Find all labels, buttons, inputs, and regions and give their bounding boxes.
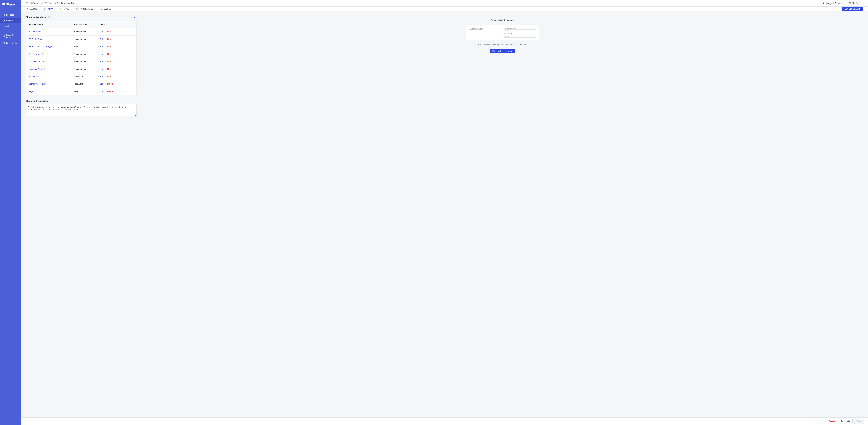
delete-link[interactable]: Delete [107,31,113,33]
preview-var-label: <<Variable Name>> [505,33,516,35]
tab-label: Settings [103,8,111,10]
sidebar-item-projects[interactable]: Projects [0,12,21,18]
variables-table: Variable Name Variable Type Action Bucke… [26,21,136,95]
main: All Blueprints / Amazon S3 - Download Fi… [21,0,868,425]
delete-link[interactable]: Delete [107,83,113,85]
tab-label: Requirements [80,8,93,10]
sidebar-item-library[interactable]: Blueprint Library [0,32,21,40]
delete-link[interactable]: Delete [107,68,113,70]
users-icon [823,2,825,4]
edit-link[interactable]: Edit [100,53,103,55]
breadcrumb-root[interactable]: All Blueprints [30,2,42,4]
variable-name-link[interactable]: Local Folder Name [28,60,46,63]
tab-label: Inputs [48,7,53,10]
edit-link[interactable]: Edit [100,68,103,70]
sidebar-item-label: Blueprint Library [6,34,19,39]
use-blueprint-button[interactable]: Use this Blueprint [842,7,864,11]
table-row: S3 File Name* Alphanumeric Edit | Delete [26,51,136,58]
variable-type: Alphanumeric [73,53,100,55]
folder-icon [2,25,5,27]
tab-settings[interactable]: Settings [100,7,111,11]
variable-type: Select [73,90,100,93]
svg-rect-8 [26,2,28,4]
breadcrumb: All Blueprints / Amazon S3 - Download Fi… [26,2,74,4]
logo[interactable]: Shipyard [0,0,21,8]
library-icon [2,35,5,38]
chevron-down-icon [843,2,845,4]
action-separator: | [105,90,105,93]
tab-requirements[interactable]: Requirements [76,7,93,11]
profile-menu[interactable]: My Profile [849,2,865,4]
variable-name-link[interactable]: S3 Folder Name [28,38,43,40]
edit-link[interactable]: Edit [100,31,103,33]
variable-name-link[interactable]: Region [28,90,35,93]
action-separator: | [105,60,105,63]
sidebar-item-blueprints[interactable]: Blueprints [0,18,21,23]
sidebar-item-admin[interactable]: Admin [0,23,21,29]
delete-link[interactable]: Delete [107,75,113,78]
delete-link[interactable]: Delete [107,60,113,63]
action-separator: | [105,38,105,40]
preview-hint: See how your description and variables l… [466,43,539,46]
sidebar-item-documentation[interactable]: Documentation [0,40,21,46]
variable-name-link[interactable]: S3 File Name [28,53,41,55]
variable-type: Alphanumeric [73,68,100,70]
vessel-icon [26,8,28,10]
tab-vessels[interactable]: Vessels [26,7,37,11]
column-header-name: Variable Name [28,24,73,26]
edit-link[interactable]: Edit [100,38,103,40]
column-header-type: Variable Type [73,24,100,26]
add-variable-button[interactable] [134,15,136,19]
id-icon [849,2,851,4]
delete-link[interactable]: Delete [107,38,113,40]
variable-type: Alphanumeric [73,31,100,33]
tab-code[interactable]: Code [60,7,69,11]
column-header-action: Action [100,24,134,26]
sidebar-item-label: Documentation [6,42,20,44]
content-area: Blueprint Variables Variable Name Variab… [21,11,868,417]
doc-icon [2,42,5,44]
variable-type: Alphanumeric [73,60,100,63]
preview-desc-line: <<Description goes here>> [469,28,501,29]
edit-link[interactable]: Edit [100,90,103,93]
delete-link[interactable]: Delete [107,90,113,93]
preview-blueprint-button[interactable]: Preview this Blueprint [490,49,515,54]
preview-var-label: <<Variable Name>> [505,28,516,29]
variable-type: Alphanumeric [73,38,100,40]
action-separator: | [105,53,105,55]
variable-name-link[interactable]: S3 File Name Match Type [28,45,53,48]
save-button[interactable]: Save [854,419,864,424]
delete-link[interactable]: Delete [107,53,113,55]
help-icon[interactable] [48,16,50,19]
edit-link[interactable]: Edit [100,75,103,78]
action-separator: | [105,83,105,85]
blueprint-icon [2,19,5,22]
duplicate-button[interactable]: Duplicate [839,419,852,424]
svg-rect-3 [3,36,4,37]
variable-name-link[interactable]: Secret Access Key [28,83,46,85]
variable-name-link[interactable]: Access Key ID [28,75,42,78]
variable-name-link[interactable]: Local File Name [28,68,43,70]
footer-actions: Delete Duplicate Save [21,417,868,425]
edit-link[interactable]: Edit [100,83,103,85]
edit-link[interactable]: Edit [100,60,103,63]
tabbar: Vessels Inputs Code Requirements Setting… [21,7,868,11]
topbar: All Blueprints / Amazon S3 - Download Fi… [21,0,868,7]
org-switcher[interactable]: Shipyard Demos [823,2,845,4]
preview-input: Placeholder Text [504,30,536,32]
gear-icon [100,8,102,10]
edit-link[interactable]: Edit [100,45,103,48]
svg-point-13 [824,3,825,3]
sidebar-item-label: Admin [6,25,12,27]
svg-point-17 [101,8,101,9]
profile-label: My Profile [852,2,861,4]
delete-button[interactable]: Delete [827,419,837,424]
description-textarea[interactable] [26,104,136,116]
table-row: Local File Name* Alphanumeric Edit | Del… [26,65,136,73]
org-name: Shipyard Demos [826,2,842,4]
delete-link[interactable]: Delete [107,45,113,48]
tab-inputs[interactable]: Inputs [44,7,53,11]
preview-mockup: <<Description goes here>> <<Markdown sup… [466,25,539,40]
variable-name-link[interactable]: Bucket Name [28,31,41,33]
table-row: Bucket Name* Alphanumeric Edit | Delete [26,28,136,36]
